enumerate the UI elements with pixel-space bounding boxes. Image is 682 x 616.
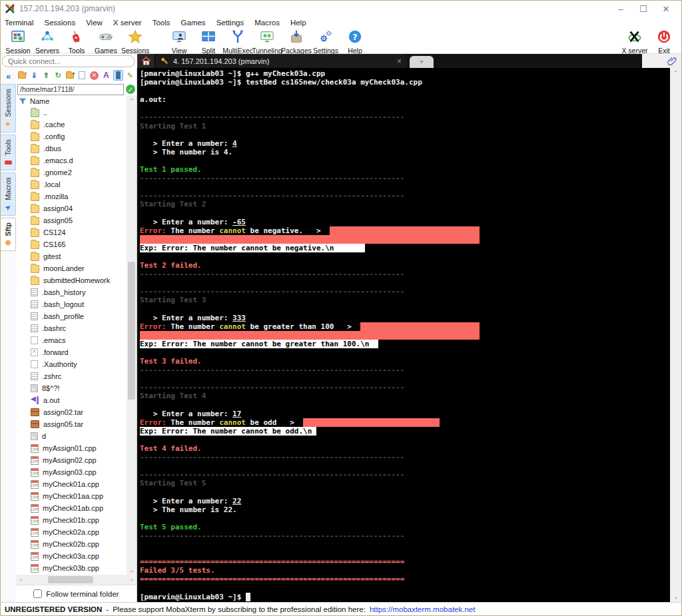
scroll-down-icon[interactable]: ⌄ bbox=[127, 565, 137, 575]
terminal-scroll-up-icon[interactable]: ⌃ bbox=[670, 68, 681, 79]
file-row[interactable]: .cache bbox=[16, 119, 127, 131]
file-row[interactable]: .bash_logout bbox=[16, 298, 127, 310]
file-row[interactable]: .emacs.d bbox=[16, 154, 127, 166]
menu-item-help[interactable]: Help bbox=[290, 19, 306, 27]
terminal-screen[interactable]: [pmarvin@LinuxLab03 ~]$ g++ myCheck03a.c… bbox=[137, 68, 670, 602]
file-row[interactable]: .config bbox=[16, 131, 127, 143]
sftp-path-input[interactable] bbox=[17, 84, 124, 95]
file-row[interactable]: .local bbox=[16, 178, 127, 190]
file-list-vscrollbar[interactable]: ⌃ ⌄ bbox=[127, 96, 137, 575]
follow-terminal-checkbox[interactable] bbox=[33, 589, 42, 598]
download-icon[interactable]: ⇓ bbox=[29, 70, 39, 81]
file-row[interactable]: myCheck01b.cpp bbox=[16, 514, 127, 526]
delete-icon[interactable]: ✕ bbox=[89, 70, 99, 81]
tunneling-button[interactable]: Tunneling bbox=[252, 29, 282, 55]
file-row[interactable]: submittedHomework bbox=[16, 274, 127, 286]
menu-item-tools[interactable]: Tools bbox=[153, 19, 170, 27]
file-row[interactable]: CS124 bbox=[16, 226, 127, 238]
file-row[interactable]: myAssign03.cpp bbox=[16, 466, 127, 478]
exit-button[interactable]: Exit bbox=[649, 29, 679, 55]
games-button[interactable]: Games bbox=[91, 29, 121, 55]
file-row[interactable]: .Xauthority bbox=[16, 358, 127, 370]
file-row[interactable]: assign05.tar bbox=[16, 418, 127, 430]
hscroll-thumb[interactable] bbox=[48, 576, 93, 583]
active-terminal-tab[interactable]: 4. 157.201.194.203 (pmarvin) × bbox=[155, 54, 407, 68]
mobatek-link[interactable]: https://mobaxterm.mobatek.net bbox=[370, 605, 476, 613]
settings-button[interactable]: Settings bbox=[311, 29, 340, 55]
file-row[interactable]: myCheck02b.cpp bbox=[16, 538, 127, 550]
file-row[interactable]: 8$^?! bbox=[16, 382, 127, 394]
file-row[interactable]: myAssign01.cpp bbox=[16, 442, 127, 454]
maximize-button[interactable]: ☐ bbox=[632, 1, 655, 16]
file-row[interactable]: d bbox=[16, 430, 127, 442]
file-row[interactable]: .bash_history bbox=[16, 286, 127, 298]
sidebar-tab-sftp[interactable]: Sftp⊕ bbox=[1, 218, 16, 251]
file-row[interactable]: myAssign02.cpp bbox=[16, 454, 127, 466]
file-list-header[interactable]: Name bbox=[16, 96, 127, 107]
home-tab-button[interactable] bbox=[137, 54, 155, 68]
sidebar-tab-tools[interactable]: Tools bbox=[1, 135, 16, 171]
split-button[interactable]: Split bbox=[194, 29, 223, 55]
menu-item-x-server[interactable]: X server bbox=[113, 19, 142, 27]
file-row[interactable]: myCheck03a.cpp bbox=[16, 550, 127, 562]
file-list-hscrollbar[interactable]: ‹ › bbox=[16, 575, 137, 585]
menu-item-sessions[interactable]: Sessions bbox=[44, 19, 75, 27]
file-row[interactable]: CS165 bbox=[16, 238, 127, 250]
file-row[interactable]: .. bbox=[16, 107, 127, 119]
file-row[interactable]: assign05 bbox=[16, 214, 127, 226]
new-folder-icon[interactable]: + bbox=[65, 70, 75, 81]
menu-item-terminal[interactable]: Terminal bbox=[5, 19, 33, 27]
servers-button[interactable]: Servers bbox=[33, 29, 62, 55]
file-row[interactable]: .zshrc bbox=[16, 370, 127, 382]
menu-item-view[interactable]: View bbox=[86, 19, 103, 27]
scroll-right-icon[interactable]: › bbox=[127, 577, 137, 583]
new-tab-button[interactable]: + bbox=[410, 56, 434, 68]
file-row[interactable]: .mozilla bbox=[16, 190, 127, 202]
file-row[interactable]: a.out bbox=[16, 394, 127, 406]
file-row[interactable]: .bashrc bbox=[16, 322, 127, 334]
file-row[interactable]: assign04 bbox=[16, 202, 127, 214]
scroll-left-icon[interactable]: ‹ bbox=[16, 577, 26, 583]
file-row[interactable]: .gnome2 bbox=[16, 166, 127, 178]
terminal-scroll-down-icon[interactable]: ⌄ bbox=[670, 591, 681, 602]
vscroll-thumb[interactable] bbox=[128, 262, 135, 400]
file-row[interactable]: myCheck02a.cpp bbox=[16, 526, 127, 538]
paperclip-icon[interactable] bbox=[667, 56, 677, 66]
file-row[interactable]: myCheck01a.cpp bbox=[16, 478, 127, 490]
menu-item-games[interactable]: Games bbox=[181, 19, 206, 27]
view-button[interactable]: View bbox=[165, 29, 194, 55]
file-row[interactable]: myCheck01aa.cpp bbox=[16, 490, 127, 502]
multiexec-button[interactable]: MultiExec bbox=[223, 29, 252, 55]
tab-close-icon[interactable]: × bbox=[397, 57, 402, 66]
session-button[interactable]: Session bbox=[3, 29, 33, 55]
file-row[interactable]: gitest bbox=[16, 250, 127, 262]
x server-button[interactable]: X server bbox=[620, 29, 649, 55]
rename-icon[interactable]: A bbox=[101, 70, 111, 81]
file-row[interactable]: .dbus bbox=[16, 143, 127, 154]
upload-icon[interactable]: ⇑ bbox=[41, 70, 51, 81]
file-row[interactable]: .bash_profile bbox=[16, 310, 127, 322]
file-row[interactable]: myCheck01ab.cpp bbox=[16, 502, 127, 514]
file-row[interactable]: .emacs bbox=[16, 334, 127, 346]
sessions-button[interactable]: Sessions bbox=[121, 29, 150, 55]
tools-button[interactable]: Tools bbox=[62, 29, 91, 55]
refresh-icon[interactable]: ↻ bbox=[53, 70, 63, 81]
quick-connect-input[interactable] bbox=[2, 55, 135, 67]
menu-item-settings[interactable]: Settings bbox=[216, 19, 244, 27]
sidebar-tab-sessions[interactable]: Sessions★ bbox=[1, 84, 16, 133]
file-row[interactable]: myCheck03b.cpp bbox=[16, 562, 127, 574]
scroll-up-icon[interactable]: ⌃ bbox=[127, 96, 137, 106]
terminal-scrollbar[interactable]: ⌃ ⌄ bbox=[670, 68, 681, 602]
edit-icon[interactable]: ✎ bbox=[125, 70, 135, 81]
new-file-icon[interactable] bbox=[77, 70, 87, 81]
sidebar-tab-macros[interactable]: Macros➤ bbox=[1, 172, 16, 215]
sync-browser-icon[interactable] bbox=[113, 70, 123, 81]
menu-item-macros[interactable]: Macros bbox=[254, 19, 280, 27]
minimize-button[interactable]: – bbox=[609, 1, 632, 16]
packages-button[interactable]: Packages bbox=[282, 29, 311, 55]
help-button[interactable]: ?Help bbox=[340, 29, 370, 55]
collapse-sidebar-button[interactable]: « bbox=[1, 68, 16, 84]
file-row[interactable]: .forward bbox=[16, 346, 127, 358]
close-button[interactable]: ✕ bbox=[655, 1, 677, 16]
parent-folder-icon[interactable]: ↑ bbox=[17, 70, 27, 81]
